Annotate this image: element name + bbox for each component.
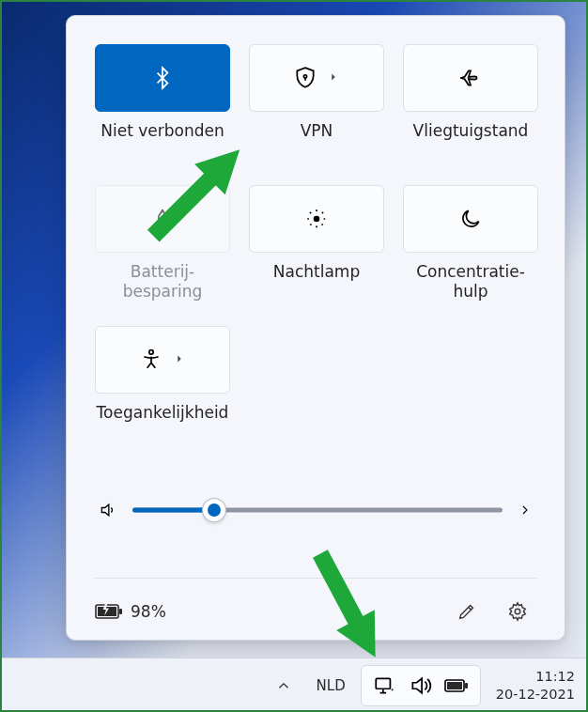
tile-vpn[interactable]: [249, 44, 384, 112]
clock-time: 11:12: [496, 668, 575, 685]
network-icon: [373, 673, 397, 698]
battery-percent: 98%: [131, 602, 166, 621]
tile-label: Concentratie- hulp: [416, 262, 525, 305]
volume-more-chevron-icon[interactable]: [518, 503, 533, 518]
tile-accessibility[interactable]: [95, 326, 230, 394]
moon-icon: [458, 207, 483, 231]
tile-grid: Niet verbonden VPN Vliegtuigstand: [95, 44, 536, 463]
tile-label: Vliegtuigstand: [413, 121, 529, 164]
accessibility-icon: [139, 348, 163, 372]
svg-point-2: [149, 350, 153, 354]
tile-bluetooth[interactable]: [95, 44, 230, 112]
tile-battery-saver[interactable]: [95, 185, 230, 253]
quick-settings-flyout: Niet verbonden VPN Vliegtuigstand: [66, 15, 565, 641]
tile-airplane[interactable]: [403, 44, 538, 112]
power-icon: [444, 673, 469, 698]
settings-button[interactable]: [499, 593, 536, 630]
battery-charging-icon: [95, 602, 123, 621]
brightness-icon: [304, 207, 329, 231]
battery-status[interactable]: 98%: [95, 602, 166, 621]
speaker-icon[interactable]: [99, 501, 117, 519]
volume-slider[interactable]: [132, 497, 503, 523]
language-text: NLD: [317, 677, 346, 694]
slider-fill: [132, 508, 214, 513]
tile-cell-vpn: VPN: [249, 44, 384, 181]
taskbar-clock[interactable]: 11:12 20-12-2021: [487, 668, 575, 702]
taskbar: NLD 11:12 20-12-2021: [0, 658, 588, 712]
tile-label: Niet verbonden: [101, 121, 224, 164]
svg-rect-7: [376, 678, 390, 689]
svg-point-6: [515, 609, 520, 614]
tile-cell-airplane: Vliegtuigstand: [403, 44, 538, 181]
airplane-icon: [458, 66, 483, 90]
edit-button[interactable]: [448, 593, 486, 630]
tile-cell-battery-saver: Batterij- besparing: [95, 185, 230, 322]
tile-label: Nachtlamp: [273, 262, 360, 305]
svg-rect-10: [465, 683, 468, 689]
tile-cell-bluetooth: Niet verbonden: [95, 44, 230, 181]
slider-thumb[interactable]: [203, 499, 225, 521]
flyout-bottom-bar: 98%: [95, 578, 536, 630]
shield-lock-icon: [293, 66, 317, 90]
tile-cell-nightlight: Nachtlamp: [249, 185, 384, 322]
pencil-icon: [456, 601, 477, 622]
svg-point-0: [303, 75, 306, 78]
bluetooth-icon: [150, 66, 175, 90]
tile-label: Batterij- besparing: [123, 262, 203, 305]
svg-rect-4: [119, 609, 122, 614]
system-tray[interactable]: [361, 665, 481, 706]
chevron-right-icon: [327, 70, 340, 86]
tray-overflow-chevron[interactable]: [266, 666, 302, 705]
tile-label: Toegankelijkheid: [97, 403, 229, 446]
sound-icon: [409, 673, 433, 698]
battery-saver-icon: [150, 207, 175, 231]
language-indicator[interactable]: NLD: [307, 666, 355, 705]
tile-cell-focus: Concentratie- hulp: [403, 185, 538, 322]
svg-point-1: [314, 216, 320, 223]
tile-focus[interactable]: [403, 185, 538, 253]
gear-icon: [507, 601, 528, 622]
tile-cell-accessibility: Toegankelijkheid: [95, 326, 230, 463]
chevron-right-icon: [173, 352, 186, 368]
volume-row: [95, 497, 536, 523]
svg-point-8: [391, 689, 393, 690]
tile-label: VPN: [301, 121, 333, 164]
clock-date: 20-12-2021: [496, 686, 575, 703]
svg-rect-11: [447, 682, 462, 689]
tile-nightlight[interactable]: [249, 185, 384, 253]
chevron-up-icon: [275, 677, 292, 694]
